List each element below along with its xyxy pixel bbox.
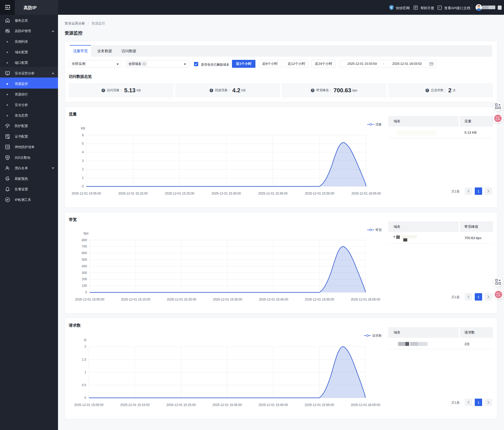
- svg-text:1: 1: [84, 370, 86, 374]
- svg-text:2025-12-01 15:55:00: 2025-12-01 15:55:00: [305, 192, 334, 195]
- svg-text:次: 次: [84, 338, 87, 342]
- svg-text:3: 3: [82, 159, 84, 163]
- svg-text:2025-12-01 15:45:00: 2025-12-01 15:45:00: [259, 298, 288, 301]
- svg-text:0: 0: [85, 291, 87, 294]
- svg-text:2025-12-01 15:35:00: 2025-12-01 15:35:00: [211, 192, 241, 195]
- svg-text:2025-12-01 15:45:00: 2025-12-01 15:45:00: [258, 192, 288, 195]
- svg-text:5: 5: [82, 142, 84, 146]
- svg-text:2025-12-01 16:05:00: 2025-12-01 16:05:00: [351, 403, 380, 407]
- svg-text:2025-12-01 15:45:00: 2025-12-01 15:45:00: [259, 403, 288, 407]
- svg-text:300: 300: [82, 271, 87, 275]
- svg-text:KB: KB: [81, 127, 85, 130]
- svg-text:2: 2: [84, 345, 86, 349]
- svg-text:2025-12-01 15:35:00: 2025-12-01 15:35:00: [213, 298, 242, 301]
- svg-text:2025-12-01 15:55:00: 2025-12-01 15:55:00: [305, 403, 334, 407]
- svg-text:IP: IP: [6, 199, 8, 201]
- svg-text:2025-12-01 15:25:00: 2025-12-01 15:25:00: [166, 403, 196, 407]
- svg-text:0.5: 0.5: [82, 383, 86, 387]
- svg-text:600: 600: [82, 251, 87, 255]
- svg-text:A: A: [498, 294, 500, 297]
- svg-text:500: 500: [82, 258, 87, 262]
- svg-text:2025-12-01 16:05:00: 2025-12-01 16:05:00: [351, 192, 381, 195]
- svg-text:0: 0: [84, 396, 86, 400]
- svg-text:700: 700: [82, 245, 87, 248]
- svg-text:1.5: 1.5: [82, 358, 86, 361]
- svg-text:200: 200: [82, 277, 87, 281]
- svg-text:2: 2: [82, 167, 84, 171]
- svg-text:2025-12-01 15:05:00: 2025-12-01 15:05:00: [72, 192, 101, 195]
- svg-text:0: 0: [82, 185, 84, 188]
- svg-text:A: A: [498, 118, 500, 121]
- svg-text:100: 100: [82, 284, 87, 288]
- svg-text:1: 1: [82, 176, 84, 180]
- svg-text:2025-12-01 15:55:00: 2025-12-01 15:55:00: [305, 298, 334, 301]
- svg-text:2025-12-01 15:05:00: 2025-12-01 15:05:00: [75, 298, 104, 301]
- svg-text:2025-12-01 15:15:00: 2025-12-01 15:15:00: [118, 192, 148, 195]
- svg-text:2025-12-01 15:35:00: 2025-12-01 15:35:00: [212, 403, 242, 407]
- svg-text:2025-12-01 15:05:00: 2025-12-01 15:05:00: [74, 403, 104, 407]
- svg-text:2025-12-01 15:15:00: 2025-12-01 15:15:00: [120, 403, 150, 407]
- svg-text:4: 4: [82, 150, 84, 154]
- svg-text:6: 6: [82, 133, 84, 137]
- svg-text:800: 800: [82, 238, 87, 242]
- svg-text:bps: bps: [84, 231, 89, 235]
- svg-text:2025-12-01 15:25:00: 2025-12-01 15:25:00: [165, 192, 195, 195]
- svg-text:2025-12-01 15:15:00: 2025-12-01 15:15:00: [121, 298, 151, 301]
- svg-text:400: 400: [82, 264, 87, 268]
- svg-text:2025-12-01 16:05:00: 2025-12-01 16:05:00: [351, 298, 380, 301]
- svg-text:2025-12-01 15:25:00: 2025-12-01 15:25:00: [167, 298, 196, 301]
